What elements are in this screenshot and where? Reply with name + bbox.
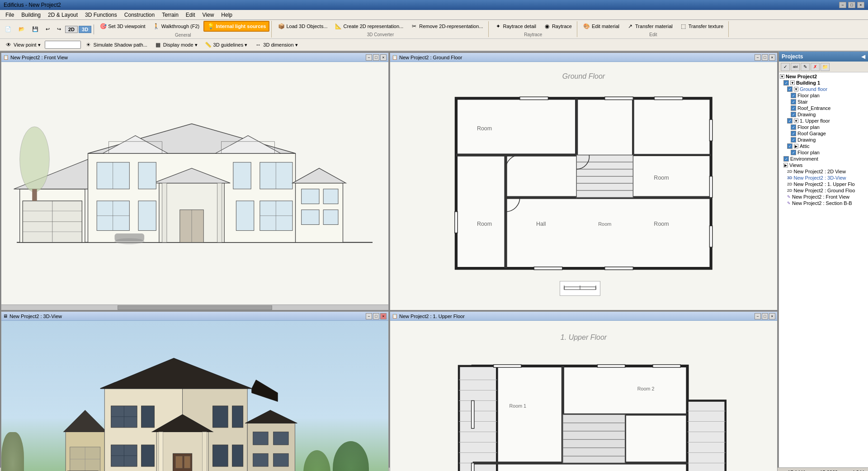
ground-floor-close[interactable]: × [769,54,775,61]
tree-item-drawing-2[interactable]: ✓ Drawing [780,137,867,143]
tree-item-attic[interactable]: ✓ ▶ Attic [780,143,867,149]
tree-item-view-ground[interactable]: 2D New Project2 : Ground Floo [780,187,867,194]
proj-folder-button[interactable]: 📁 [821,63,830,71]
view-ground-label: New Project2 : Ground Floo [794,188,855,193]
menu-file[interactable]: File [2,11,18,19]
tree-item-view-section[interactable]: ✎ New Project2 : Section B-B [780,200,867,206]
open-button[interactable]: 📂 [15,25,28,33]
redo-button[interactable]: ↪ [54,25,64,33]
maximize-button[interactable]: □ [848,2,855,8]
projects-collapse-button[interactable]: ◀ [861,53,865,60]
tree-item-upper-floor[interactable]: ✓ ▼ 1. Upper floor [780,118,867,124]
3d-mode-button[interactable]: 3D [79,26,91,33]
menu-help[interactable]: Help [217,11,236,19]
drawing-1-checkbox[interactable]: ✓ [791,112,796,117]
set-3d-viewpoint-button[interactable]: 🎯 Set 3D viewpoint [96,21,149,32]
walkthrough-button[interactable]: 🚶 Walkthrough (F2) [150,21,203,32]
light-icon: 💡 [207,23,214,30]
transfer-material-button[interactable]: ↗ Transfer material [623,21,676,31]
upper-floor-content[interactable]: 1. Upper Floor [390,321,777,471]
view-point-button[interactable]: 👁 View point ▾ [2,40,44,50]
upper-floor-minimize[interactable]: − [755,313,761,319]
close-button[interactable]: × [857,2,864,8]
ground-floor-scale [560,281,600,296]
ground-floor-content[interactable]: Ground Floor [390,62,777,310]
3d-view-maximize[interactable]: □ [373,313,379,319]
svg-point-40 [20,127,50,192]
svg-marker-107 [245,410,297,423]
environment-checkbox[interactable]: ✓ [783,156,789,162]
undo-button[interactable]: ↩ [42,25,53,33]
tree-item-building1[interactable]: ✓ ▼ Building 1 [780,80,867,86]
front-view-minimize[interactable]: − [366,54,372,61]
simulate-shadow-button[interactable]: ☀ Simulate Shadow path... [82,40,151,50]
proj-check-button[interactable]: ✓ [781,63,790,71]
view-point-input[interactable] [45,41,81,49]
ground-floor-checkbox[interactable]: ✓ [787,86,793,92]
upper-floor-close[interactable]: × [769,313,775,319]
tree-item-floor-plan-2[interactable]: ✓ Floor plan [780,124,867,130]
attic-checkbox[interactable]: ✓ [787,143,793,149]
roof-garage-checkbox[interactable]: ✓ [791,131,796,136]
menu-2d-layout[interactable]: 2D & Layout [44,11,81,19]
menu-terrain[interactable]: Terrain [158,11,182,19]
3d-view-minimize[interactable]: − [366,313,372,319]
tree-item-stair[interactable]: ✓ Stair [780,99,867,105]
floor-plan-1-checkbox[interactable]: ✓ [791,93,796,98]
tree-item-roof-garage[interactable]: ✓ Roof Garage [780,130,867,137]
tree-item-project[interactable]: ▼ New Project2 [780,73,867,80]
3d-guidelines-button[interactable]: 📏 3D guidelines ▾ [202,40,251,50]
raytrace-detail-button[interactable]: ✦ Raytrace detail [491,21,539,31]
proj-edit-button[interactable]: ✎ [801,63,810,71]
tree-item-drawing-1[interactable]: ✓ Drawing [780,111,867,118]
proj-abl-button[interactable]: abl [791,63,800,71]
tree-item-view-upper[interactable]: 2D New Project2 : 1. Upper Flo [780,181,867,187]
ground-floor-minimize[interactable]: − [755,54,761,61]
front-view-scrollbar[interactable] [1,304,388,310]
tree-item-floor-plan-1[interactable]: ✓ Floor plan [780,92,867,99]
transfer-texture-button[interactable]: ⬚ Transfer texture [677,21,726,31]
raytrace-button[interactable]: ◉ Raytrace [540,21,575,31]
drawing-2-checkbox[interactable]: ✓ [791,137,796,143]
floor-plan-attic-checkbox[interactable]: ✓ [791,150,796,155]
tree-item-views[interactable]: ▶ Views [780,162,867,168]
tree-item-roof-entrance[interactable]: ✓ Roof_Entrance [780,105,867,111]
tree-item-view-2d[interactable]: 2D New Project2 : 2D View [780,168,867,175]
menu-construction[interactable]: Construction [121,11,158,19]
create-2d-repr-button[interactable]: 📐 Create 2D representation... [332,21,407,31]
upper-floor-checkbox[interactable]: ✓ [787,118,793,124]
menu-building[interactable]: Building [18,11,44,19]
edit-material-button[interactable]: 🎨 Edit material [580,21,623,31]
3d-view-close[interactable]: × [380,313,387,319]
3d-dimension-button[interactable]: ↔ 3D dimension ▾ [251,40,301,50]
tree-item-view-3d[interactable]: 3D New Project2 : 3D-View [780,175,867,181]
new-button[interactable]: 📄 [2,25,14,33]
display-mode-button[interactable]: ▦ Display mode ▾ [151,40,201,50]
internal-light-sources-button[interactable]: 💡 Internal light sources [203,21,269,32]
2d-mode-button[interactable]: 2D [65,26,78,33]
tree-item-environment[interactable]: ✓ Environment [780,156,867,162]
tree-item-view-front[interactable]: ✎ New Project2 : Front View [780,194,867,200]
menu-view[interactable]: View [199,11,218,19]
3d-view-content[interactable] [1,321,388,471]
save-button[interactable]: 💾 [29,25,42,33]
front-view-maximize[interactable]: □ [373,54,379,61]
front-view-close[interactable]: × [380,54,387,61]
menu-edit[interactable]: Edit [182,11,199,19]
stair-checkbox[interactable]: ✓ [791,99,796,105]
building1-checkbox[interactable]: ✓ [783,80,789,86]
remove-2d-repr-button[interactable]: ✂ Remove 2D-representation... [407,21,486,31]
front-view-content[interactable] [1,62,388,304]
floor-plan-2-checkbox[interactable]: ✓ [791,124,796,130]
tree-item-floor-plan-attic[interactable]: ✓ Floor plan [780,149,867,156]
menu-3d-functions[interactable]: 3D Functions [81,11,121,19]
load-3d-objects-button[interactable]: 📦 Load 3D Objects... [274,21,330,31]
roof-entrance-checkbox[interactable]: ✓ [791,105,796,111]
minimize-button[interactable]: − [839,2,846,8]
tree-item-ground-floor[interactable]: ✓ ▼ Ground floor [780,86,867,92]
svg-text:Room 1: Room 1 [509,403,527,409]
proj-delete-button[interactable]: ✗ [811,63,820,71]
upper-floor-maximize[interactable]: □ [762,313,768,319]
ground-floor-maximize[interactable]: □ [762,54,768,61]
front-view-scrollbar-thumb[interactable] [118,305,272,310]
